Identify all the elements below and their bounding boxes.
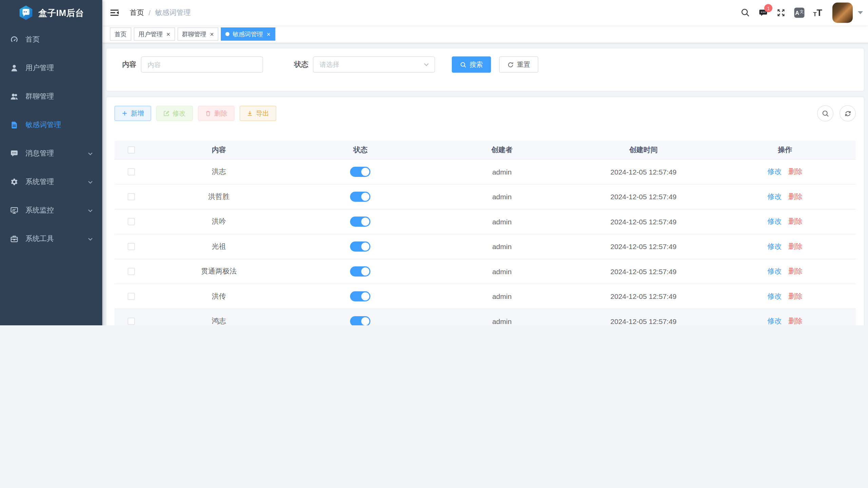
refresh-icon bbox=[507, 61, 514, 68]
translate-icon: A 文 bbox=[794, 8, 805, 18]
row-edit-link[interactable]: 修改 bbox=[768, 217, 782, 226]
filter-card: 内容 状态 请选择 搜索 bbox=[106, 48, 865, 92]
app-logo[interactable]: 盒子IM后台 bbox=[0, 0, 102, 25]
table-header-row: 内容 状态 创建者 创建时间 操作 bbox=[115, 141, 856, 160]
edit-button[interactable]: 修改 bbox=[156, 106, 193, 121]
sidebar-item-label: 系统工具 bbox=[25, 235, 54, 244]
row-checkbox[interactable] bbox=[128, 218, 135, 225]
cell-content: 洪吟 bbox=[148, 217, 290, 226]
cell-creator: admin bbox=[431, 292, 573, 301]
status-toggle[interactable] bbox=[350, 291, 370, 302]
sidebar-collapse-button[interactable] bbox=[102, 0, 127, 25]
row-edit-link[interactable]: 修改 bbox=[768, 292, 782, 301]
row-edit-link[interactable]: 修改 bbox=[768, 167, 782, 177]
sidebar: 盒子IM后台 首页 用户管理 群聊管 bbox=[0, 0, 102, 325]
export-button[interactable]: 导出 bbox=[240, 106, 276, 121]
refresh-table-button[interactable] bbox=[840, 105, 856, 122]
cell-creator: admin bbox=[431, 267, 573, 276]
sidebar-item-messages[interactable]: 消息管理 bbox=[0, 139, 102, 168]
status-filter-label: 状态 bbox=[278, 60, 313, 69]
reset-button[interactable]: 重置 bbox=[499, 57, 539, 73]
language-switch-button[interactable]: A 文 bbox=[794, 8, 805, 18]
breadcrumb-home[interactable]: 首页 bbox=[130, 8, 144, 17]
cell-created-at: 2024-12-05 12:57:49 bbox=[573, 267, 714, 276]
edit-icon bbox=[163, 110, 170, 117]
sidebar-item-users[interactable]: 用户管理 bbox=[0, 54, 102, 82]
user-avatar[interactable] bbox=[832, 3, 853, 23]
sidebar-item-system-monitor[interactable]: 系统监控 bbox=[0, 196, 102, 225]
delete-button[interactable]: 删除 bbox=[198, 106, 235, 121]
sensitive-words-table: 内容 状态 创建者 创建时间 操作 洪志 admin 2024-12-05 12… bbox=[115, 141, 856, 326]
add-button[interactable]: 新增 bbox=[115, 106, 151, 121]
fullscreen-button[interactable] bbox=[776, 8, 786, 17]
status-toggle[interactable] bbox=[350, 217, 370, 227]
status-toggle[interactable] bbox=[350, 167, 370, 177]
row-edit-link[interactable]: 修改 bbox=[768, 267, 782, 276]
status-toggle[interactable] bbox=[350, 316, 370, 325]
table-row: 洪哲胜 admin 2024-12-05 12:57:49 修改 删除 bbox=[115, 185, 856, 210]
row-delete-link[interactable]: 删除 bbox=[788, 167, 803, 177]
search-button[interactable]: 搜索 bbox=[452, 57, 491, 73]
tab-group-management[interactable]: 群聊管理 × bbox=[177, 27, 218, 41]
monitor-icon bbox=[10, 206, 18, 215]
tab-home[interactable]: 首页 bbox=[110, 27, 131, 41]
toolbox-icon bbox=[10, 235, 18, 243]
row-delete-link[interactable]: 删除 bbox=[788, 192, 803, 201]
sidebar-item-home[interactable]: 首页 bbox=[0, 25, 102, 54]
select-all-checkbox[interactable] bbox=[128, 146, 135, 154]
tab-close-icon[interactable]: × bbox=[210, 31, 214, 38]
row-checkbox[interactable] bbox=[128, 243, 135, 250]
status-toggle[interactable] bbox=[350, 242, 370, 252]
user-menu-caret-icon[interactable] bbox=[858, 11, 863, 14]
main-area: 首页 / 敏感词管理 1 bbox=[102, 0, 868, 325]
row-edit-link[interactable]: 修改 bbox=[768, 317, 782, 326]
cell-created-at: 2024-12-05 12:57:49 bbox=[573, 243, 714, 251]
row-checkbox[interactable] bbox=[128, 293, 135, 300]
tab-close-icon[interactable]: × bbox=[267, 31, 270, 38]
column-header-created-at: 创建时间 bbox=[573, 145, 714, 155]
tab-label: 首页 bbox=[115, 30, 127, 39]
row-checkbox[interactable] bbox=[128, 318, 135, 325]
row-delete-link[interactable]: 删除 bbox=[788, 292, 803, 301]
document-icon bbox=[10, 121, 18, 129]
row-delete-link[interactable]: 删除 bbox=[788, 267, 803, 276]
tab-sensitive-words[interactable]: 敏感词管理 × bbox=[221, 27, 275, 41]
translate-glyph-wen: 文 bbox=[800, 8, 804, 14]
sidebar-item-sensitive-words[interactable]: 敏感词管理 bbox=[0, 111, 102, 139]
row-checkbox[interactable] bbox=[128, 168, 135, 176]
row-edit-link[interactable]: 修改 bbox=[768, 242, 782, 251]
cell-creator: admin bbox=[431, 193, 573, 201]
tab-user-management[interactable]: 用户管理 × bbox=[134, 27, 175, 41]
sidebar-item-label: 系统管理 bbox=[25, 178, 54, 187]
header-message-button[interactable]: 1 bbox=[759, 8, 768, 17]
row-delete-link[interactable]: 删除 bbox=[788, 217, 803, 226]
sidebar-item-label: 首页 bbox=[25, 35, 40, 44]
row-edit-link[interactable]: 修改 bbox=[768, 192, 782, 201]
chevron-down-icon bbox=[88, 151, 93, 157]
status-toggle[interactable] bbox=[350, 192, 370, 202]
row-checkbox[interactable] bbox=[128, 193, 135, 200]
tab-label: 群聊管理 bbox=[182, 30, 206, 39]
gear-icon bbox=[10, 178, 18, 186]
content-filter-input[interactable] bbox=[141, 57, 263, 73]
show-search-button[interactable] bbox=[817, 105, 833, 122]
sidebar-item-groups[interactable]: 群聊管理 bbox=[0, 82, 102, 111]
font-size-button[interactable]: T T bbox=[813, 8, 822, 17]
row-delete-link[interactable]: 删除 bbox=[788, 242, 803, 251]
message-icon bbox=[10, 149, 18, 158]
status-toggle[interactable] bbox=[350, 266, 370, 277]
sidebar-item-system-tools[interactable]: 系统工具 bbox=[0, 225, 102, 253]
table-row: 鸿志 admin 2024-12-05 12:57:49 修改 删除 bbox=[115, 309, 856, 325]
row-checkbox[interactable] bbox=[128, 268, 135, 275]
download-icon bbox=[247, 110, 253, 117]
add-button-label: 新增 bbox=[131, 109, 144, 118]
row-delete-link[interactable]: 删除 bbox=[788, 317, 803, 326]
tab-close-icon[interactable]: × bbox=[167, 31, 170, 38]
header-search-button[interactable] bbox=[741, 8, 750, 17]
plus-icon bbox=[122, 110, 128, 117]
sidebar-item-system-management[interactable]: 系统管理 bbox=[0, 168, 102, 196]
page-content: 内容 状态 请选择 搜索 bbox=[102, 43, 868, 326]
sidebar-item-label: 消息管理 bbox=[25, 149, 54, 158]
status-filter-select[interactable]: 请选择 bbox=[313, 57, 435, 73]
dashboard-icon bbox=[10, 36, 18, 44]
